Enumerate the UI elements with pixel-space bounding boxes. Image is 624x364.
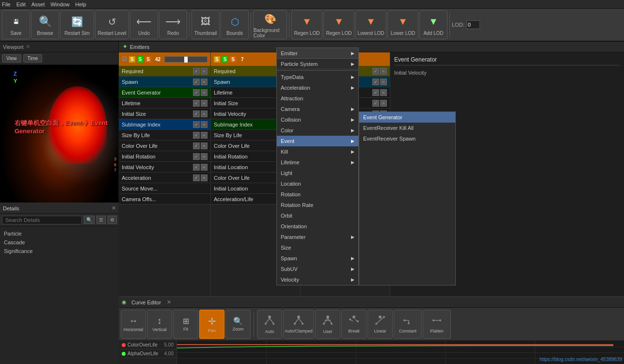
- list-view-button[interactable]: ☰: [96, 216, 106, 224]
- menu-item-collision[interactable]: Collision ▶: [277, 114, 358, 125]
- menu-item-spawn[interactable]: Spawn ▶: [277, 253, 358, 264]
- menu-item-light[interactable]: Light: [277, 168, 358, 178]
- menu-item-rotation-rate[interactable]: Rotation Rate: [277, 200, 358, 210]
- menu-asset[interactable]: Asset: [32, 1, 45, 7]
- module-lifetime-1[interactable]: Lifetime ✓ ≈: [119, 98, 210, 109]
- curve-btn-auto[interactable]: Auto: [257, 310, 282, 339]
- menu-item-emitter[interactable]: Emitter ▶: [277, 48, 358, 59]
- browse-button[interactable]: 🔍 Browse: [31, 10, 59, 39]
- module-initial-rotation-1[interactable]: Initial Rotation ✓ ≈: [119, 151, 210, 162]
- add-lod-button[interactable]: ▼ Add LOD: [419, 10, 448, 39]
- submenu-event-generator[interactable]: Event Generator: [359, 112, 455, 123]
- submenu-eventreceiver-spawn[interactable]: EventReceiver Spawn: [359, 133, 455, 144]
- menu-light-label: Light: [281, 170, 292, 176]
- menu-item-acceleration[interactable]: Acceleration ▶: [277, 82, 358, 93]
- menu-window[interactable]: Window: [50, 1, 69, 7]
- details-close[interactable]: ✕: [112, 205, 116, 211]
- zoom-label: Zoom: [232, 327, 243, 332]
- module-event-gen-1[interactable]: Event Generator ✓ ≈: [119, 87, 210, 98]
- redo-button[interactable]: ⟶ Redo: [159, 10, 187, 39]
- menu-item-lifetime[interactable]: Lifetime ▶: [277, 157, 358, 168]
- module-initial-size-1[interactable]: Initial Size ✓ ≈: [119, 109, 210, 119]
- restart-level-button[interactable]: ↺ Restart Level: [95, 10, 129, 39]
- emitter-1-header[interactable]: ☑ S S S 42 ▐▌: [119, 52, 210, 66]
- module-camera-offset-1[interactable]: Camera Offs...: [119, 194, 210, 205]
- detail-significance[interactable]: Significance: [3, 247, 116, 255]
- context-menu-main: Emitter ▶ Particle System ▶ TypeData ▶ A…: [276, 47, 359, 285]
- save-button[interactable]: 💾 Save: [2, 10, 30, 39]
- module-subimage-1[interactable]: SubImage Index ✓ ≈: [119, 119, 210, 130]
- menu-subuv-label: SubUV: [281, 266, 298, 272]
- detail-cascade[interactable]: Cascade: [3, 238, 116, 247]
- menu-item-velocity[interactable]: Velocity ▶: [277, 274, 358, 285]
- curve-track-alphaoverlife[interactable]: AlphaOverLife 4.00: [119, 349, 176, 358]
- menu-item-orientation[interactable]: Orientation: [277, 221, 358, 232]
- curve-btn-vertical[interactable]: ↕ Vertical: [147, 310, 172, 339]
- regen-lod2-button[interactable]: ▼ Regen LOD: [323, 10, 354, 39]
- restart-sim-icon: 🔄: [69, 14, 85, 30]
- menu-item-orbit[interactable]: Orbit: [277, 210, 358, 221]
- menu-velocity-label: Velocity: [281, 277, 299, 283]
- curve-track-coloroverlife[interactable]: ColorOverLife 5.00: [119, 341, 176, 349]
- lod-input[interactable]: [466, 20, 480, 29]
- menu-attraction-label: Attraction: [281, 95, 303, 101]
- menu-item-kill[interactable]: Kill ▶: [277, 146, 358, 157]
- regen-lod1-button[interactable]: ▼ Regen LOD: [291, 10, 322, 39]
- menu-item-subuv[interactable]: SubUV ▶: [277, 264, 358, 274]
- menu-item-rotation[interactable]: Rotation: [277, 189, 358, 200]
- svg-point-12: [326, 316, 329, 318]
- menu-item-location[interactable]: Location: [277, 178, 358, 189]
- detail-particle[interactable]: Particle: [3, 229, 116, 238]
- curve-btn-constant[interactable]: Constant: [394, 310, 422, 339]
- bounds-button[interactable]: ⬡ Bounds: [221, 10, 249, 39]
- undo-button[interactable]: ⟵ Undo: [130, 10, 158, 39]
- menu-item-color[interactable]: Color ▶: [277, 125, 358, 136]
- lowest-lod-button[interactable]: ▼ Lowest LOD: [355, 10, 386, 39]
- search-input[interactable]: [2, 216, 82, 224]
- curve-btn-zoom[interactable]: 🔍 Zoom: [225, 310, 251, 339]
- module-required-1[interactable]: Required ✓ ≈: [119, 66, 210, 77]
- curve-btn-fit[interactable]: ⊞ Fit: [173, 310, 198, 339]
- curve-editor-icon: ◉: [122, 299, 127, 305]
- flatten-label: Flatten: [430, 329, 444, 333]
- curve-btn-break[interactable]: Break: [341, 310, 367, 339]
- menu-item-camera[interactable]: Camera ▶: [277, 104, 358, 114]
- module-initial-velocity-1[interactable]: Initial Velocity ✓ ≈: [119, 162, 210, 173]
- curve-btn-pan[interactable]: ✛ Pan: [199, 310, 224, 339]
- curve-btn-auto-clamped[interactable]: Auto/Clamped: [283, 310, 314, 339]
- menu-edit[interactable]: Edit: [16, 1, 26, 7]
- module-color-over-life-1[interactable]: Color Over Life ✓ ≈: [119, 141, 210, 151]
- menu-item-event[interactable]: Event ▶: [277, 136, 358, 146]
- module-size-by-life-1[interactable]: Size By Life ✓ ≈: [119, 130, 210, 141]
- menu-item-attraction[interactable]: Attraction: [277, 93, 358, 104]
- module-source-move-1[interactable]: Source Move...: [119, 183, 210, 194]
- lowest-lod-icon: ▼: [363, 14, 379, 30]
- curve-btn-linear[interactable]: Linear: [368, 310, 393, 339]
- curve-btn-horizontal[interactable]: ↔ Horizontal: [121, 310, 146, 339]
- search-button[interactable]: 🔍: [84, 216, 95, 224]
- restart-level-label: Restart Level: [98, 31, 127, 36]
- settings-button[interactable]: ⚙: [108, 216, 117, 224]
- thumbnail-button[interactable]: 🖼 Thumbnail: [192, 10, 220, 39]
- time-button[interactable]: Time: [23, 54, 43, 63]
- svg-point-16: [323, 323, 325, 325]
- restart-sim-button[interactable]: 🔄 Restart Sim: [60, 10, 94, 39]
- curve-btn-user[interactable]: User: [315, 310, 340, 339]
- view-button[interactable]: View: [2, 54, 21, 63]
- module-acceleration-1[interactable]: Acceleration ✓ ≈: [119, 173, 210, 183]
- menu-item-particle-system[interactable]: Particle System ▶: [277, 59, 358, 69]
- emitters-header-label: Emitters: [130, 44, 149, 50]
- module-spawn-1[interactable]: Spawn ✓ ≈: [119, 77, 210, 87]
- menu-item-size[interactable]: Size: [277, 242, 358, 253]
- submenu-eventreceiver-kill[interactable]: EventReceiver Kill All: [359, 123, 455, 133]
- curve-btn-flatten[interactable]: Flatten: [423, 310, 451, 339]
- curve-editor-close[interactable]: ✕: [167, 299, 171, 305]
- menu-file[interactable]: File: [2, 1, 11, 7]
- menu-item-typedata[interactable]: TypeData ▶: [277, 72, 358, 82]
- lower-lod-button[interactable]: ▼ Lower LOD: [387, 10, 418, 39]
- menu-item-parameter[interactable]: Parameter ▶: [277, 232, 358, 242]
- svg-point-0: [268, 316, 271, 318]
- curve-editor: ◉ Curve Editor ✕ ↔ Horizontal ↕ Vertical…: [119, 296, 624, 364]
- menu-help[interactable]: Help: [75, 1, 86, 7]
- background-color-button[interactable]: 🎨 Background Color: [253, 10, 287, 39]
